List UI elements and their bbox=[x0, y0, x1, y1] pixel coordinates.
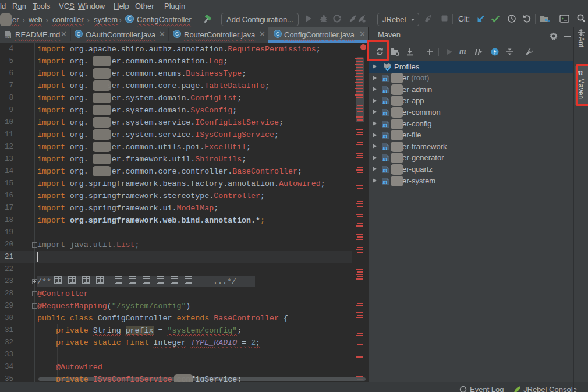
svg-text:m: m bbox=[383, 110, 388, 116]
svg-text:m: m bbox=[383, 76, 388, 82]
svg-text:m: m bbox=[383, 133, 388, 139]
svg-text:m: m bbox=[383, 156, 388, 162]
svg-text:m: m bbox=[383, 179, 388, 185]
svg-text:MD: MD bbox=[6, 36, 10, 38]
svg-text:m: m bbox=[383, 87, 388, 94]
svg-text:m: m bbox=[383, 144, 388, 151]
svg-text:m: m bbox=[383, 122, 388, 128]
svg-text:m: m bbox=[383, 167, 388, 174]
svg-text:m: m bbox=[383, 98, 388, 105]
